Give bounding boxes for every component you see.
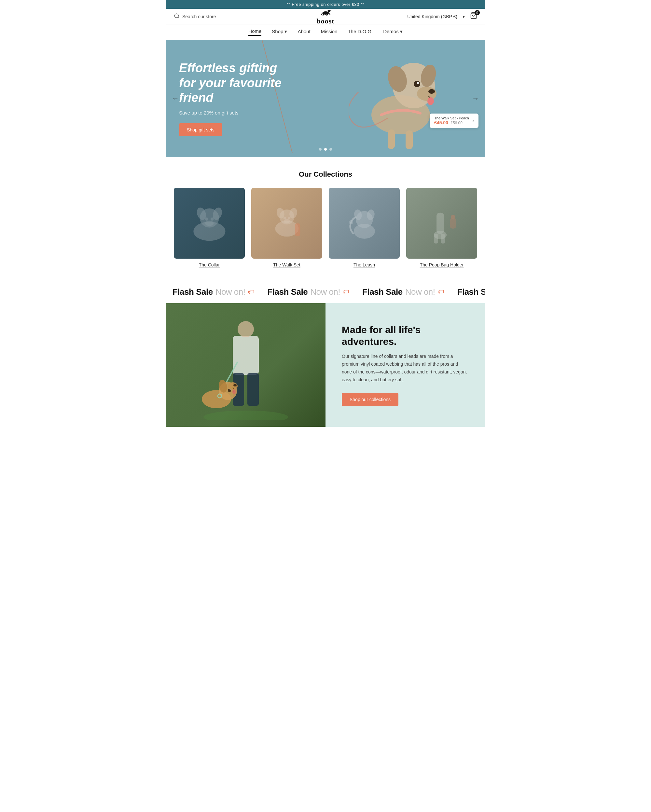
hero-subtitle: Save up to 20% on gift sets (179, 110, 296, 116)
collection-img-walk (251, 188, 322, 259)
tag-icon: 🏷 (248, 288, 255, 296)
product-name: The Walk Set - Peach (434, 116, 469, 120)
collection-img-poop (406, 188, 477, 259)
hero-image-area: The Walk Set - Peach £45.00 £56.00 › (310, 43, 485, 154)
banner-text: ** Free shipping on orders over £30 ** (287, 2, 364, 7)
svg-point-15 (414, 81, 420, 87)
svg-point-44 (451, 215, 455, 219)
hero-section: Effortless gifting for your favourite fr… (166, 40, 485, 157)
svg-point-40 (349, 220, 353, 224)
flash-sale-item: Flash Sale Now on! 🏷 (166, 287, 261, 297)
hero-dog-illustration (348, 43, 446, 154)
collection-img-collar (174, 188, 245, 259)
cart-button[interactable]: 0 (470, 12, 477, 21)
svg-rect-35 (295, 223, 300, 236)
svg-line-7 (329, 13, 330, 15)
svg-rect-19 (388, 130, 395, 149)
region-selector[interactable]: United Kingdom (GBP £) (407, 14, 457, 19)
header-right: United Kingdom (GBP £) ▾ 0 (407, 12, 477, 21)
svg-point-12 (417, 87, 437, 101)
feature-image (166, 303, 326, 427)
svg-point-27 (205, 221, 214, 226)
tag-icon: 🏷 (343, 288, 349, 296)
svg-point-48 (238, 321, 254, 337)
chevron-down-icon: ▾ (284, 29, 287, 35)
header: Search our store boost United Kingdom (G… (166, 9, 485, 24)
product-price-new: £45.00 (434, 120, 448, 125)
collection-label-poop: The Poop Bag Holder (420, 262, 464, 267)
collections-title: Our Collections (174, 170, 477, 179)
slider-prev-button[interactable]: ← (169, 92, 182, 105)
product-tag[interactable]: The Walk Set - Peach £45.00 £56.00 › (429, 113, 478, 128)
logo[interactable]: boost (316, 8, 334, 25)
shop-gift-sets-button[interactable]: Shop gift sets (179, 123, 222, 136)
feature-section: Made for all life's adventures. Our sign… (166, 303, 485, 427)
nav-item-home[interactable]: Home (248, 28, 261, 36)
svg-rect-43 (450, 218, 456, 229)
svg-point-57 (230, 389, 231, 391)
collection-item-leash[interactable]: The Leash (329, 188, 400, 268)
svg-point-56 (228, 389, 231, 392)
collection-img-leash (329, 188, 400, 259)
flash-sale-banner: Flash Sale Now on! 🏷 Flash Sale Now on! … (166, 281, 485, 303)
flash-sale-track: Flash Sale Now on! 🏷 Flash Sale Now on! … (166, 287, 485, 297)
collection-label-leash: The Leash (353, 262, 375, 267)
collections-section: Our Collections The Collar (166, 157, 485, 281)
svg-point-58 (233, 384, 237, 386)
slider-dot-2[interactable] (324, 148, 327, 151)
svg-line-6 (327, 14, 327, 16)
product-price-old: £56.00 (451, 121, 463, 125)
hero-content: Effortless gifting for your favourite fr… (166, 48, 310, 149)
svg-rect-46 (441, 234, 445, 243)
svg-point-61 (203, 411, 288, 420)
logo-text: boost (316, 18, 334, 25)
svg-point-33 (287, 217, 290, 219)
hero-title: Effortless gifting for your favourite fr… (179, 61, 296, 105)
nav-item-demos[interactable]: Demos ▾ (383, 28, 403, 36)
search-bar[interactable]: Search our store (174, 13, 216, 20)
tag-icon: 🏷 (438, 288, 444, 296)
search-icon (174, 13, 180, 20)
feature-title: Made for all life's adventures. (342, 324, 469, 348)
slider-dot-1[interactable] (319, 148, 322, 151)
svg-rect-20 (406, 130, 413, 149)
chevron-down-icon: ▾ (400, 29, 403, 35)
product-tag-arrow[interactable]: › (472, 118, 474, 124)
nav-item-about[interactable]: About (298, 28, 310, 36)
top-banner: ** Free shipping on orders over £30 ** (166, 0, 485, 9)
svg-point-16 (417, 82, 419, 84)
svg-point-32 (283, 217, 286, 219)
collection-label-collar: The Collar (199, 262, 220, 267)
svg-point-18 (427, 97, 434, 105)
svg-point-34 (284, 219, 290, 223)
flash-light-text: Now on! (215, 287, 245, 297)
flash-sale-item: Flash Sale Now on! 🏷 (451, 287, 485, 297)
flash-sale-item: Flash Sale Now on! 🏷 (261, 287, 356, 297)
slider-dots (319, 148, 332, 151)
svg-rect-45 (434, 234, 438, 243)
search-label: Search our store (182, 14, 216, 19)
svg-point-59 (232, 389, 236, 394)
collection-item-poop[interactable]: The Poop Bag Holder (406, 188, 477, 268)
nav-item-shop[interactable]: Shop ▾ (272, 28, 287, 36)
slider-next-button[interactable]: → (469, 92, 482, 105)
feature-content: Made for all life's adventures. Our sign… (326, 303, 485, 427)
svg-point-0 (174, 14, 178, 18)
nav-item-dog[interactable]: The D.O.G. (348, 28, 373, 36)
svg-point-25 (205, 217, 208, 221)
product-tag-info: The Walk Set - Peach £45.00 £56.00 (434, 116, 469, 125)
shop-collections-button[interactable]: Shop our collections (342, 393, 399, 406)
slider-dot-3[interactable] (329, 148, 332, 151)
chevron-down-icon[interactable]: ▾ (463, 14, 465, 19)
svg-line-4 (321, 13, 322, 15)
svg-point-17 (428, 89, 435, 94)
svg-rect-47 (233, 336, 259, 375)
feature-description: Our signature line of collars and leads … (342, 353, 469, 383)
main-nav: Home Shop ▾ About Mission The D.O.G. Dem… (166, 24, 485, 40)
collection-item-walk[interactable]: The Walk Set (251, 188, 322, 268)
collection-item-collar[interactable]: The Collar (174, 188, 245, 268)
collection-label-walk: The Walk Set (273, 262, 300, 267)
svg-rect-50 (248, 373, 259, 406)
nav-item-mission[interactable]: Mission (321, 28, 338, 36)
svg-point-26 (210, 217, 214, 221)
